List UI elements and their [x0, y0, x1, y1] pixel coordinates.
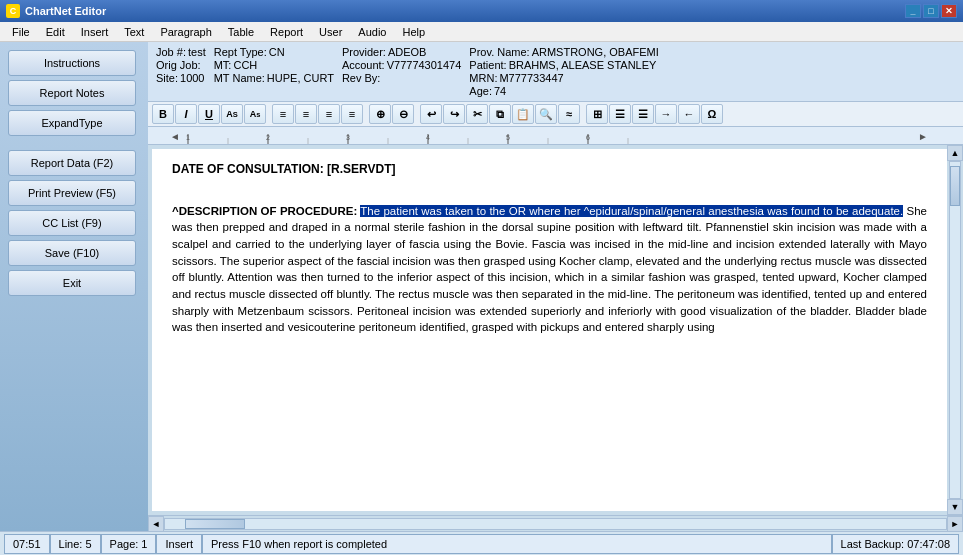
document-editor[interactable]: DATE OF CONSULTATION: [R.SERVDT] ^DESCRI…: [152, 149, 947, 511]
menu-paragraph[interactable]: Paragraph: [152, 24, 219, 40]
menu-help[interactable]: Help: [394, 24, 433, 40]
close-button[interactable]: ✕: [941, 4, 957, 18]
svg-text:2: 2: [266, 134, 270, 141]
menu-user[interactable]: User: [311, 24, 350, 40]
scroll-down-button[interactable]: ▼: [947, 499, 963, 515]
menu-bar: File Edit Insert Text Paragraph Table Re…: [0, 22, 963, 42]
mt-label: MT:: [214, 59, 232, 71]
scroll-track[interactable]: [949, 161, 961, 499]
account-label: Account:: [342, 59, 385, 71]
age-value: 74: [494, 85, 506, 97]
desc-section-title: ^DESCRIPTION OF PROCEDURE:: [172, 205, 357, 217]
status-page: Page: 1: [101, 534, 157, 554]
menu-text[interactable]: Text: [116, 24, 152, 40]
exit-button[interactable]: Exit: [8, 270, 136, 296]
copy-button[interactable]: ⧉: [489, 104, 511, 124]
scroll-left-button[interactable]: ◄: [148, 516, 164, 532]
mrn-value: M777733447: [499, 72, 563, 84]
job-num-row: Job #: test: [156, 46, 206, 58]
info-col-2: Rept Type: CN MT: CCH MT Name: HUPE, CUR…: [214, 46, 334, 97]
body-text: She was then prepped and draped in a nor…: [172, 205, 927, 334]
horizontal-scrollbar[interactable]: ◄ ►: [148, 515, 963, 531]
expand-type-button[interactable]: ExpandType: [8, 110, 136, 136]
save-button[interactable]: Save (F10): [8, 240, 136, 266]
account-value: V77774301474: [387, 59, 462, 71]
editor-container: DATE OF CONSULTATION: [R.SERVDT] ^DESCRI…: [148, 145, 963, 515]
svg-text:4: 4: [426, 134, 430, 141]
numbered-list-button[interactable]: ☰: [632, 104, 654, 124]
mrn-row: MRN: M777733447: [469, 72, 658, 84]
sidebar-bottom-section: Report Data (F2) Print Preview (F5) CC L…: [8, 150, 140, 296]
date-consultation-heading: DATE OF CONSULTATION: [R.SERVDT]: [172, 161, 927, 178]
h-scroll-track[interactable]: [164, 518, 947, 530]
sidebar-top-section: Instructions Report Notes ExpandType: [8, 50, 140, 136]
minimize-button[interactable]: _: [905, 4, 921, 18]
description-paragraph: ^DESCRIPTION OF PROCEDURE: The patient w…: [172, 203, 927, 336]
paste-button[interactable]: 📋: [512, 104, 534, 124]
replace-button[interactable]: ≈: [558, 104, 580, 124]
align-justify-button[interactable]: ≡: [341, 104, 363, 124]
svg-text:6: 6: [586, 134, 590, 141]
undo-button[interactable]: ↩: [420, 104, 442, 124]
ruler: ◄ 1 2 3 4 5 6 ►: [148, 127, 963, 145]
find-button[interactable]: 🔍: [535, 104, 557, 124]
scroll-up-button[interactable]: ▲: [947, 145, 963, 161]
print-preview-button[interactable]: Print Preview (F5): [8, 180, 136, 206]
menu-file[interactable]: File: [4, 24, 38, 40]
redo-button[interactable]: ↪: [443, 104, 465, 124]
job-num-value: test: [188, 46, 206, 58]
align-center-button[interactable]: ≡: [295, 104, 317, 124]
rev-by-row: Rev By:: [342, 72, 461, 84]
cut-button[interactable]: ✂: [466, 104, 488, 124]
orig-job-row: Orig Job:: [156, 59, 206, 71]
italic-button[interactable]: I: [175, 104, 197, 124]
patient-value: BRAHMS, ALEASE STANLEY: [509, 59, 657, 71]
orig-job-label: Orig Job:: [156, 59, 201, 71]
scroll-right-button[interactable]: ►: [947, 516, 963, 532]
site-row: Site: 1000: [156, 72, 206, 84]
scroll-thumb[interactable]: [950, 166, 960, 206]
info-col-1: Job #: test Orig Job: Site: 1000: [156, 46, 206, 97]
bullet-list-button[interactable]: ☰: [609, 104, 631, 124]
menu-audio[interactable]: Audio: [350, 24, 394, 40]
zoom-out-button[interactable]: ⊖: [392, 104, 414, 124]
menu-table[interactable]: Table: [220, 24, 262, 40]
outdent-button[interactable]: ←: [678, 104, 700, 124]
status-mode: Insert: [156, 534, 202, 554]
underline-button[interactable]: U: [198, 104, 220, 124]
provider-label: Provider:: [342, 46, 386, 58]
age-label: Age:: [469, 85, 492, 97]
info-col-4: Prov. Name: ARMSTRONG, OBAFEMI Patient: …: [469, 46, 658, 97]
content-area: Job #: test Orig Job: Site: 1000 Rept Ty…: [148, 42, 963, 531]
bold-button[interactable]: B: [152, 104, 174, 124]
instructions-button[interactable]: Instructions: [8, 50, 136, 76]
align-right-button[interactable]: ≡: [318, 104, 340, 124]
subscript-button[interactable]: As: [244, 104, 266, 124]
table-insert-button[interactable]: ⊞: [586, 104, 608, 124]
patient-label: Patient:: [469, 59, 506, 71]
indent-button[interactable]: →: [655, 104, 677, 124]
menu-insert[interactable]: Insert: [73, 24, 117, 40]
special-char-button[interactable]: Ω: [701, 104, 723, 124]
menu-report[interactable]: Report: [262, 24, 311, 40]
window-controls: _ □ ✕: [905, 4, 957, 18]
h-scroll-thumb[interactable]: [185, 519, 245, 529]
account-row: Account: V77774301474: [342, 59, 461, 71]
align-left-button[interactable]: ≡: [272, 104, 294, 124]
report-data-button[interactable]: Report Data (F2): [8, 150, 136, 176]
report-notes-button[interactable]: Report Notes: [8, 80, 136, 106]
status-backup: Last Backup: 07:47:08: [832, 534, 959, 554]
age-row: Age: 74: [469, 85, 658, 97]
zoom-in-button[interactable]: ⊕: [369, 104, 391, 124]
job-info: Job #: test Orig Job: Site: 1000 Rept Ty…: [148, 42, 963, 101]
menu-edit[interactable]: Edit: [38, 24, 73, 40]
superscript-button[interactable]: AS: [221, 104, 243, 124]
vertical-scrollbar[interactable]: ▲ ▼: [947, 145, 963, 515]
cc-list-button[interactable]: CC List (F9): [8, 210, 136, 236]
maximize-button[interactable]: □: [923, 4, 939, 18]
rept-type-value: CN: [269, 46, 285, 58]
prov-name-row: Prov. Name: ARMSTRONG, OBAFEMI: [469, 46, 658, 58]
mt-row: MT: CCH: [214, 59, 334, 71]
ruler-svg: ◄ 1 2 3 4 5 6 ►: [168, 128, 948, 144]
app-title: ChartNet Editor: [25, 5, 106, 17]
